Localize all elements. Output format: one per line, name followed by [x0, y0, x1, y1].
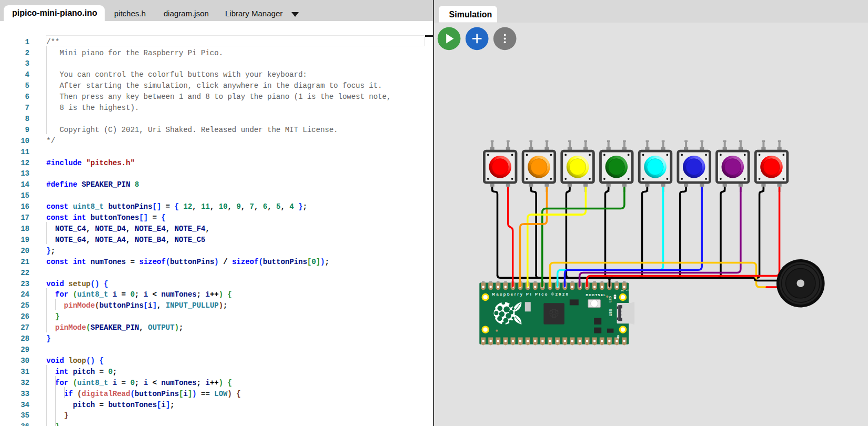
- svg-text:39: 39: [616, 335, 620, 339]
- svg-text:Raspberry Pi Pico ©2020: Raspberry Pi Pico ©2020: [492, 292, 570, 297]
- svg-text:2: 2: [620, 290, 624, 292]
- svg-text:Simulation: Simulation: [449, 10, 492, 19]
- svg-text:USB: USB: [609, 309, 612, 316]
- svg-text:1: 1: [625, 289, 629, 291]
- svg-text:LED: LED: [609, 296, 612, 302]
- svg-text:BOOTSEL: BOOTSEL: [586, 293, 606, 297]
